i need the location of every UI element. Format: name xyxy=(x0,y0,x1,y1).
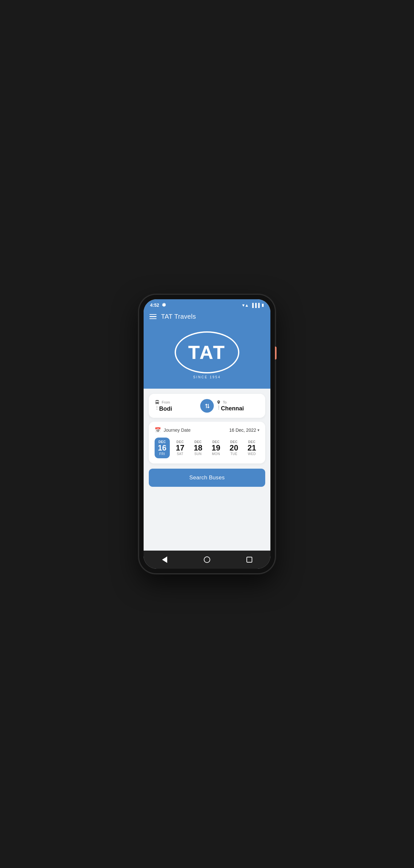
navbar-title: TAT Travels xyxy=(161,313,196,320)
date-item-18[interactable]: DEC18SUN xyxy=(191,438,206,458)
from-label: From xyxy=(154,400,198,405)
date-item-19[interactable]: DEC19MON xyxy=(208,438,223,458)
date-scroll: DEC16FRIDEC17SATDEC18SUNDEC19MONDEC20TUE… xyxy=(154,438,260,458)
date-item-21[interactable]: DEC21WED xyxy=(244,438,260,458)
date-item-17[interactable]: DEC17SAT xyxy=(172,438,187,458)
route-card: From Bodi ⇄ To Chennai xyxy=(149,394,265,418)
status-icons: ▾▲ ▐▐▐ ▮ xyxy=(242,303,264,308)
phone-screen: 4:52 ▾▲ ▐▐▐ ▮ TAT Travels TAT SINCE 1 xyxy=(144,299,270,569)
menu-button[interactable] xyxy=(149,314,157,319)
logo-since: SINCE 1954 xyxy=(193,375,221,379)
chevron-down-icon: ▾ xyxy=(257,428,260,432)
date-card: 📅 Journey Date 16 Dec, 2022 ▾ DEC16FRIDE… xyxy=(149,422,265,463)
calendar-icon: 📅 xyxy=(154,427,161,433)
phone-device: 4:52 ▾▲ ▐▐▐ ▮ TAT Travels TAT SINCE 1 xyxy=(139,295,275,573)
back-button[interactable] xyxy=(159,554,170,565)
hero-section: TAT SINCE 1954 xyxy=(144,325,270,389)
battery-icon: ▮ xyxy=(262,303,264,307)
search-buses-button[interactable]: Search Buses xyxy=(149,469,265,487)
swap-button[interactable]: ⇄ xyxy=(200,399,214,413)
route-from-section[interactable]: From Bodi xyxy=(154,400,198,412)
from-value: Bodi xyxy=(154,405,198,412)
date-header: 📅 Journey Date 16 Dec, 2022 ▾ xyxy=(154,427,260,433)
home-button[interactable] xyxy=(201,554,213,565)
signal-icon: ▐▐▐ xyxy=(251,303,260,308)
logo-oval: TAT xyxy=(175,331,239,373)
back-icon xyxy=(162,556,167,563)
wifi-icon: ▾▲ xyxy=(242,303,249,308)
to-label: To xyxy=(216,400,260,405)
date-item-20[interactable]: DEC20TUE xyxy=(227,438,242,458)
logo-text: TAT xyxy=(188,343,226,362)
status-bar: 4:52 ▾▲ ▐▐▐ ▮ xyxy=(144,299,270,310)
home-icon xyxy=(204,556,210,563)
navbar: TAT Travels xyxy=(144,310,270,325)
date-item-16[interactable]: DEC16FRI xyxy=(154,438,170,458)
to-value: Chennai xyxy=(216,405,260,412)
route-to-section[interactable]: To Chennai xyxy=(216,400,260,412)
main-content: From Bodi ⇄ To Chennai xyxy=(144,389,270,551)
journey-date-label: 📅 Journey Date xyxy=(154,427,191,433)
pin-icon xyxy=(216,400,221,405)
recents-icon xyxy=(246,557,252,563)
bottom-nav xyxy=(144,551,270,569)
swap-icon: ⇄ xyxy=(203,404,211,408)
gear-icon xyxy=(162,303,166,307)
bus-icon xyxy=(154,400,160,405)
selected-date-display[interactable]: 16 Dec, 2022 ▾ xyxy=(229,428,260,433)
status-time: 4:52 xyxy=(150,303,159,308)
recents-button[interactable] xyxy=(244,554,255,565)
